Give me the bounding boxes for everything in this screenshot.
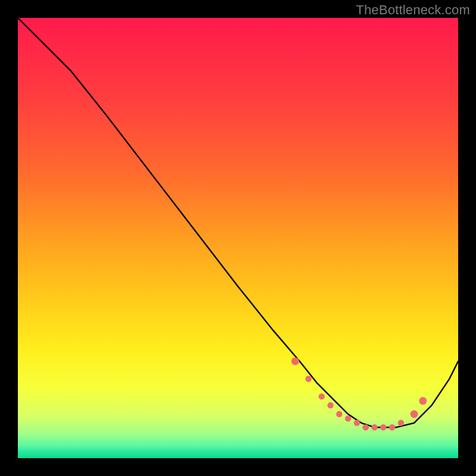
highlight-dot	[398, 420, 404, 426]
highlight-dot	[419, 397, 427, 405]
highlight-dot	[389, 424, 395, 430]
chart-canvas	[0, 0, 476, 476]
highlight-dot	[411, 411, 418, 418]
highlight-dot	[292, 358, 299, 365]
highlight-dot	[354, 420, 360, 426]
highlight-dot	[380, 424, 386, 430]
highlight-dot	[327, 402, 333, 408]
plot-background	[18, 18, 458, 458]
highlight-dot	[336, 411, 342, 417]
highlight-dot	[305, 376, 311, 382]
highlight-dot	[371, 424, 377, 430]
highlight-dot	[345, 415, 351, 421]
highlight-dot	[318, 393, 324, 399]
chart-frame: TheBottleneck.com	[0, 0, 476, 476]
highlight-dot	[362, 424, 368, 430]
